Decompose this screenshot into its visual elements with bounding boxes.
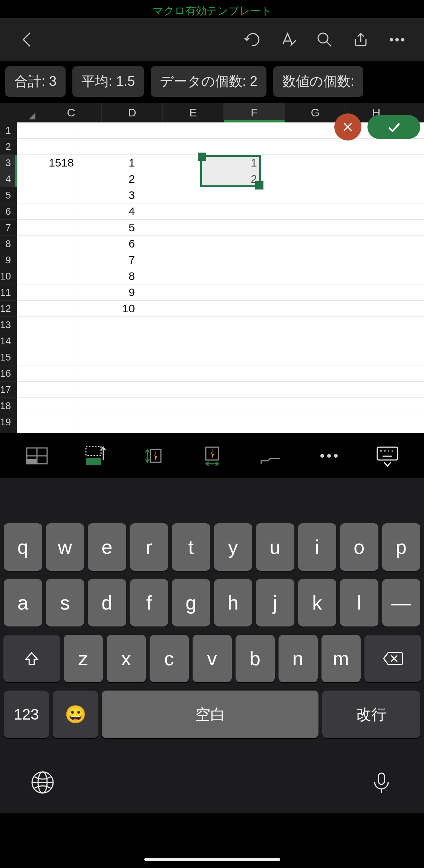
- key-dash[interactable]: —: [382, 579, 421, 627]
- cell-grid[interactable]: 1518 1 1 2 2 3 4 5 6 7 8 9 10: [17, 122, 424, 433]
- cell-d12[interactable]: 10: [78, 301, 139, 316]
- stats-bar[interactable]: 合計: 3 平均: 1.5 データの個数: 2 数値の個数:: [0, 61, 424, 103]
- key-q[interactable]: q: [4, 523, 42, 571]
- format-button[interactable]: [270, 21, 306, 58]
- home-indicator[interactable]: [144, 858, 280, 861]
- stat-average[interactable]: 平均: 1.5: [72, 66, 144, 97]
- quick-fill-button[interactable]: [78, 439, 112, 473]
- row-header-8[interactable]: 8: [0, 236, 17, 252]
- key-n[interactable]: n: [279, 635, 318, 682]
- cell-d4[interactable]: 2: [78, 171, 139, 187]
- key-r[interactable]: r: [130, 523, 168, 571]
- key-space[interactable]: 空白: [102, 691, 318, 738]
- key-b[interactable]: b: [236, 635, 275, 682]
- row-header-4[interactable]: 4: [0, 171, 17, 187]
- key-g[interactable]: g: [172, 579, 210, 627]
- key-numbers[interactable]: 123: [4, 691, 49, 738]
- stat-sum[interactable]: 合計: 3: [5, 66, 66, 97]
- cell-d6[interactable]: 4: [78, 203, 139, 219]
- row-header-15[interactable]: 15: [0, 349, 17, 365]
- key-w[interactable]: w: [46, 523, 84, 571]
- key-x[interactable]: x: [107, 635, 146, 682]
- more-icon: [390, 38, 404, 41]
- col-header-c[interactable]: C: [41, 103, 102, 122]
- key-backspace[interactable]: [364, 635, 421, 682]
- row-header-1[interactable]: 1: [0, 122, 17, 139]
- cell-d9[interactable]: 7: [78, 252, 139, 268]
- key-y[interactable]: y: [214, 523, 253, 571]
- document-title-text: マクロ有効テンプレート: [153, 4, 272, 18]
- dictation-button[interactable]: [369, 770, 394, 796]
- key-p[interactable]: p: [382, 523, 421, 571]
- cell-f4[interactable]: 2: [200, 171, 261, 187]
- quick-flashrow-button[interactable]: [195, 439, 229, 473]
- row-header-5[interactable]: 5: [0, 187, 17, 203]
- globe-button[interactable]: [30, 770, 55, 796]
- row-header-6[interactable]: 6: [0, 203, 17, 220]
- row-header-18[interactable]: 18: [0, 398, 17, 414]
- svg-rect-17: [377, 447, 398, 460]
- key-c[interactable]: c: [150, 635, 189, 682]
- key-return[interactable]: 改行: [322, 691, 420, 738]
- key-emoji[interactable]: 😀: [53, 691, 98, 738]
- row-header-13[interactable]: 13: [0, 317, 17, 333]
- row-header-11[interactable]: 11: [0, 284, 17, 301]
- key-e[interactable]: e: [88, 523, 126, 571]
- select-all-triangle[interactable]: [0, 103, 41, 122]
- stat-numcount[interactable]: 数値の個数:: [273, 66, 363, 97]
- cancel-edit-button[interactable]: [334, 113, 361, 141]
- more-icon: [320, 454, 338, 458]
- back-button[interactable]: [9, 21, 45, 58]
- quick-more-button[interactable]: [312, 439, 346, 473]
- dismiss-keyboard-button[interactable]: [370, 439, 404, 473]
- cell-c3[interactable]: 1518: [17, 155, 78, 171]
- row-header-19[interactable]: 19: [0, 414, 17, 430]
- key-a[interactable]: a: [4, 579, 42, 627]
- quick-table-button[interactable]: [20, 439, 54, 473]
- row-header-14[interactable]: 14: [0, 333, 17, 349]
- key-j[interactable]: j: [256, 579, 294, 627]
- key-t[interactable]: t: [172, 523, 210, 571]
- row-header-2[interactable]: 2: [0, 139, 17, 155]
- key-l[interactable]: l: [340, 579, 378, 627]
- key-z[interactable]: z: [64, 635, 103, 682]
- col-header-f[interactable]: F: [224, 103, 285, 122]
- close-icon: [341, 121, 354, 133]
- key-s[interactable]: s: [46, 579, 84, 627]
- search-button[interactable]: [306, 21, 343, 58]
- row-header-17[interactable]: 17: [0, 382, 17, 398]
- undo-button[interactable]: [234, 21, 270, 58]
- confirm-edit-button[interactable]: [367, 115, 420, 139]
- row-header-9[interactable]: 9: [0, 252, 17, 268]
- share-button[interactable]: [343, 21, 379, 58]
- key-v[interactable]: v: [193, 635, 232, 682]
- row-header-12[interactable]: 12: [0, 301, 17, 317]
- spreadsheet[interactable]: C D E F G H I 1 2 3 4 5 6 7 8 9 10 11 12…: [0, 103, 424, 433]
- cell-f3[interactable]: 1: [200, 155, 261, 171]
- key-o[interactable]: o: [340, 523, 378, 571]
- stat-count[interactable]: データの個数: 2: [151, 66, 266, 97]
- key-shift[interactable]: [3, 635, 60, 682]
- key-d[interactable]: d: [88, 579, 126, 627]
- row-header-16[interactable]: 16: [0, 365, 17, 382]
- cell-d5[interactable]: 3: [78, 187, 139, 203]
- col-header-d[interactable]: D: [102, 103, 163, 122]
- quick-tab-button[interactable]: [254, 439, 288, 473]
- key-k[interactable]: k: [298, 579, 337, 627]
- cell-d7[interactable]: 5: [78, 220, 139, 235]
- row-header-3[interactable]: 3: [0, 155, 17, 171]
- cell-d3[interactable]: 1: [78, 155, 139, 171]
- row-header-10[interactable]: 10: [0, 268, 17, 284]
- cell-d8[interactable]: 6: [78, 236, 139, 252]
- key-m[interactable]: m: [321, 635, 361, 682]
- col-header-e[interactable]: E: [163, 103, 224, 122]
- more-button[interactable]: [379, 21, 415, 58]
- quick-flashcol-button[interactable]: [137, 439, 171, 473]
- key-h[interactable]: h: [214, 579, 253, 627]
- key-f[interactable]: f: [130, 579, 168, 627]
- row-header-7[interactable]: 7: [0, 220, 17, 236]
- key-i[interactable]: i: [298, 523, 337, 571]
- cell-d10[interactable]: 8: [78, 268, 139, 284]
- cell-d11[interactable]: 9: [78, 284, 139, 300]
- key-u[interactable]: u: [256, 523, 294, 571]
